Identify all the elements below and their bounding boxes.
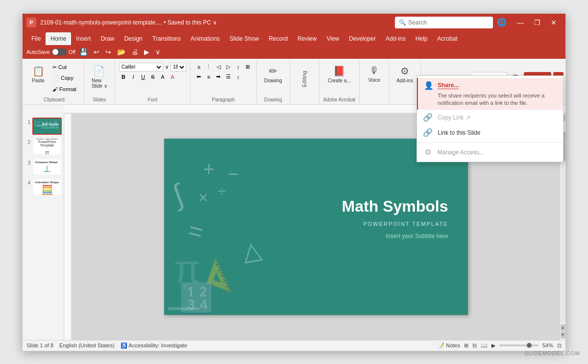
- status-right: 📝 Notes ⊞ ⊟ 📖 ▶ 54% ⊡: [438, 342, 562, 349]
- tab-record[interactable]: Record: [264, 32, 293, 45]
- slide-thumbnail-2[interactable]: 2 Math Symbols PowerPoint Template π: [24, 138, 62, 155]
- drawing-button[interactable]: ✏ Drawing: [261, 63, 286, 86]
- italic-button[interactable]: I: [129, 73, 138, 81]
- autosave-toggle[interactable]: AutoSave Off: [26, 49, 75, 55]
- presenter-view-button[interactable]: ▶: [491, 342, 495, 349]
- bold-button[interactable]: B: [119, 73, 128, 81]
- text-shadow-button[interactable]: A: [158, 73, 167, 81]
- new-slide-button[interactable]: 📄 NewSlide ∨: [88, 63, 111, 91]
- undo-button[interactable]: ↩: [92, 47, 101, 57]
- title-bar: P 2109-01-math-symbols-powerpoint-templa…: [23, 14, 565, 31]
- autosave-label: AutoSave: [26, 49, 50, 55]
- search-input[interactable]: [408, 19, 489, 26]
- autosave-state: Off: [69, 49, 75, 55]
- dropdown-item-share[interactable]: 👤 Share... The share recipients you sele…: [417, 78, 563, 110]
- strikethrough-button[interactable]: S: [148, 73, 157, 81]
- present-button[interactable]: ▶: [142, 47, 151, 57]
- quick-access-bar: AutoSave Off 💾 ↩ ↪ 📂 🖨 ▶ ∨: [23, 45, 565, 59]
- autosave-switch[interactable]: [52, 49, 67, 55]
- tab-view[interactable]: View: [321, 32, 344, 45]
- tab-draw[interactable]: Draw: [96, 32, 119, 45]
- voice-icon: 🎙: [369, 65, 379, 76]
- addins-button[interactable]: ⚙ Add-ins: [393, 63, 416, 86]
- redo-button[interactable]: ↪: [103, 47, 113, 57]
- slide-thumbnail-1[interactable]: 1 Math Symbols POWERPOINT TEMPLATE Inser…: [24, 118, 62, 135]
- slide-image-2[interactable]: Math Symbols PowerPoint Template π: [32, 138, 62, 155]
- notes-button[interactable]: 📝 Notes: [438, 342, 460, 349]
- slide-thumbnail-4[interactable]: 4 Calculator Shape 🧮: [24, 178, 62, 196]
- copy-button[interactable]: 📄 Copy: [49, 73, 80, 83]
- create-acrobat-button[interactable]: 📕 Create a...: [324, 63, 354, 86]
- slide-thumbnail-3[interactable]: 3 Compass Shape ⊥: [24, 158, 62, 176]
- zoom-slider[interactable]: [499, 344, 539, 346]
- search-box[interactable]: 🔍: [395, 17, 493, 28]
- open-button[interactable]: 📂: [115, 47, 127, 57]
- tab-addins[interactable]: Add-ins: [381, 32, 411, 45]
- math-symbol-equals: =: [185, 216, 206, 247]
- reading-view-button[interactable]: 📖: [481, 342, 488, 349]
- tab-transitions[interactable]: Transitions: [147, 32, 186, 45]
- tab-insert[interactable]: Insert: [71, 32, 96, 45]
- ribbon-group-clipboard: 📋 Paste ✂ Cut 📄 Copy 🖌 Format Clipboard: [24, 61, 84, 104]
- slide-canvas[interactable]: ∫ + − × ÷ = π △ 📐 🔢 Math Symbols POWERPO…: [164, 139, 468, 315]
- tab-design[interactable]: Design: [119, 32, 147, 45]
- tab-animations[interactable]: Animations: [186, 32, 224, 45]
- increase-indent[interactable]: ▷: [224, 63, 233, 72]
- globe-icon[interactable]: 🌐: [497, 18, 507, 27]
- paste-button[interactable]: 📋 Paste: [28, 63, 48, 86]
- share-dropdown-menu: 👤 Share... The share recipients you sele…: [416, 75, 564, 163]
- tab-review[interactable]: Review: [293, 32, 321, 45]
- bullets-button[interactable]: ≡: [195, 63, 203, 72]
- ribbon-group-voice: 🎙 Voice: [360, 61, 389, 104]
- save-button[interactable]: 💾: [77, 47, 90, 57]
- manage-icon: ⚙: [423, 147, 433, 157]
- zoom-thumb[interactable]: [527, 343, 532, 348]
- tab-file[interactable]: File: [26, 32, 46, 45]
- link-slide-title: Link to this Slide: [438, 129, 480, 136]
- decrease-indent[interactable]: ◁: [214, 63, 223, 72]
- tab-acrobat[interactable]: Acrobat: [432, 32, 462, 45]
- scroll-down-button-1[interactable]: ▲: [561, 324, 565, 331]
- align-right[interactable]: ➡: [214, 73, 223, 81]
- accessibility-icon: ♿: [121, 342, 127, 349]
- font-size-select[interactable]: 18: [171, 63, 186, 72]
- slide-image-1[interactable]: Math Symbols POWERPOINT TEMPLATE Insert …: [32, 118, 62, 135]
- normal-view-button[interactable]: ⊞: [464, 342, 468, 349]
- slide-panel: 1 Math Symbols POWERPOINT TEMPLATE Inser…: [23, 114, 64, 340]
- slide-image-3[interactable]: Compass Shape ⊥: [32, 158, 62, 176]
- cut-button[interactable]: ✂ Cut: [49, 63, 80, 73]
- font-family-select[interactable]: Calibri: [119, 63, 163, 72]
- line-spacing[interactable]: ↕: [234, 73, 243, 81]
- tab-home[interactable]: Home: [46, 32, 71, 45]
- minimize-button[interactable]: —: [513, 17, 528, 28]
- slide-image-4[interactable]: Calculator Shape 🧮: [32, 178, 62, 196]
- editing-label[interactable]: Editing: [299, 63, 309, 87]
- restore-button[interactable]: ❐: [529, 17, 545, 28]
- voice-button[interactable]: 🎙 Voice: [365, 63, 384, 85]
- font-color-button[interactable]: A: [168, 73, 177, 81]
- share-area: Record 💬 Share ∨ 👤 Share... The share re…: [470, 59, 565, 98]
- accessibility-label[interactable]: ♿ Accessibility: Investigate: [121, 342, 187, 349]
- close-button[interactable]: ✕: [546, 17, 562, 28]
- dropdown-item-manage[interactable]: ⚙ Manage Access...: [417, 145, 563, 160]
- columns-button[interactable]: ⊞: [244, 63, 252, 72]
- align-left[interactable]: ⬅: [195, 73, 203, 81]
- format-painter-button[interactable]: 🖌 Format: [49, 84, 80, 94]
- tab-help[interactable]: Help: [411, 32, 433, 45]
- print-button[interactable]: 🖨: [129, 47, 140, 57]
- align-center[interactable]: ≡: [204, 73, 213, 81]
- qa-more[interactable]: ∨: [153, 47, 162, 57]
- tab-developer[interactable]: Developer: [344, 32, 381, 45]
- tab-slideshow[interactable]: Slide Show: [224, 32, 264, 45]
- numbering-button[interactable]: ⋮: [204, 63, 213, 72]
- scroll-down-button-2[interactable]: ▼: [561, 332, 565, 339]
- adobe-label: Adobe Acrobat: [323, 96, 356, 104]
- slide-sorter-button[interactable]: ⊟: [472, 342, 477, 349]
- underline-button[interactable]: U: [139, 73, 147, 81]
- dropdown-item-copy-link[interactable]: 🔗 Copy Link ↗: [417, 110, 563, 125]
- text-direction[interactable]: ↕: [234, 63, 243, 72]
- fit-slide-button[interactable]: ⊡: [557, 342, 562, 349]
- dropdown-item-link-slide[interactable]: 🔗 Link to this Slide: [417, 125, 563, 140]
- addins-icon: ⚙: [400, 65, 409, 77]
- justify[interactable]: ☰: [224, 73, 233, 81]
